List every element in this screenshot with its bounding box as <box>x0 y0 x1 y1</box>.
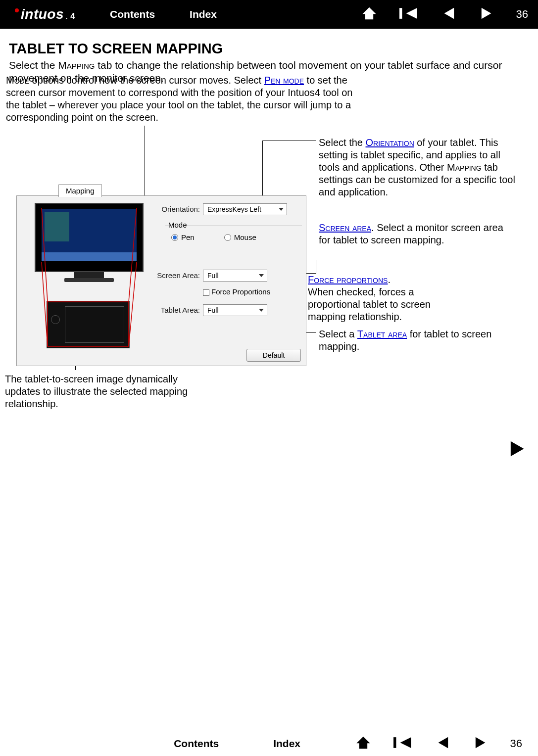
orientation-value: ExpressKeys Left <box>207 205 261 213</box>
mouse-radio-label: Mouse <box>234 233 256 241</box>
radio-icon <box>224 234 231 241</box>
screen-area-value: Full <box>207 272 219 280</box>
pen-radio[interactable]: Pen <box>171 233 195 241</box>
checkbox-icon <box>203 289 209 296</box>
force-t2: When checked, forces a proportional tabl… <box>308 286 431 322</box>
contents-link-bottom[interactable]: Contents <box>174 738 219 750</box>
brand-dot: . <box>66 13 68 20</box>
mapping-tab[interactable]: Mapping <box>58 184 102 197</box>
nav-icon-group <box>361 6 495 23</box>
orient-t1: Select the <box>319 137 366 148</box>
svg-rect-0 <box>399 8 402 19</box>
default-button[interactable]: Default <box>246 349 301 362</box>
page-number-top: 36 <box>513 8 528 21</box>
prev-page-icon[interactable] <box>440 6 457 22</box>
contents-link[interactable]: Contents <box>110 8 155 20</box>
pen-radio-label: Pen <box>181 233 195 241</box>
force-t1: . <box>388 274 391 285</box>
top-nav: intuos . 4 Contents Index 36 <box>0 0 538 29</box>
tablet-area-callout: Select a Tablet area for tablet to scree… <box>319 328 517 353</box>
orient-sc: Mapping <box>447 162 482 173</box>
next-page-icon[interactable] <box>479 6 495 22</box>
radio-selected-icon <box>171 234 178 241</box>
default-button-label: Default <box>263 351 285 359</box>
logo-dot-icon <box>15 8 19 12</box>
svg-rect-6 <box>393 737 396 748</box>
image-callout: The tablet-to-screen image dynamically u… <box>5 373 188 410</box>
mapping-panel: Mapping Orientation: ExpressKeys Left Mo… <box>16 195 306 366</box>
orientation-label: Orientation: <box>155 205 200 213</box>
orientation-callout: Select the Orientation of your tablet. T… <box>319 137 517 198</box>
tablet-area-value: Full <box>207 306 219 314</box>
force-label: Force Proportions <box>211 287 270 296</box>
brand-text: intuos <box>21 6 64 22</box>
first-page-icon[interactable] <box>393 736 412 752</box>
screen-area-label: Screen Area: <box>155 271 200 280</box>
intro-pre: Select the <box>9 59 58 71</box>
page-number-bottom: 36 <box>507 737 522 750</box>
pen-mode-link[interactable]: Pen mode <box>264 75 304 86</box>
brand-logo: intuos . 4 <box>15 6 75 22</box>
tablet-illustration <box>47 301 130 348</box>
bottom-nav: Contents Index 36 <box>0 731 538 756</box>
mouse-radio[interactable]: Mouse <box>224 233 256 241</box>
home-icon[interactable] <box>361 6 378 23</box>
tabarea-t1: Select a <box>319 329 357 339</box>
prev-page-icon[interactable] <box>434 736 451 752</box>
force-prop-link[interactable]: Force proportions <box>308 274 388 285</box>
nav-icon-group-bottom <box>355 735 489 752</box>
mode-callout: Mode options control how the screen curs… <box>6 74 362 124</box>
home-icon[interactable] <box>355 735 372 752</box>
continue-arrow-icon[interactable] <box>507 439 529 460</box>
screen-area-callout: Screen area. Select a monitor screen are… <box>319 222 517 246</box>
chevron-down-icon <box>259 309 264 312</box>
orientation-dropdown[interactable]: ExpressKeys Left <box>203 203 287 215</box>
brand-4: 4 <box>70 11 75 21</box>
mode-group: Pen Mouse <box>165 226 302 241</box>
screen-area-link[interactable]: Screen area <box>319 222 371 233</box>
screen-area-dropdown[interactable]: Full <box>203 270 267 282</box>
index-link[interactable]: Index <box>190 8 217 20</box>
image-callout-text: The tablet-to-screen image dynamically u… <box>5 374 188 409</box>
intro-mapping-sc: Mapping <box>58 59 95 71</box>
tablet-area-label: Tablet Area: <box>155 306 200 314</box>
mode-sc: Mode <box>6 75 29 86</box>
first-page-icon[interactable] <box>399 6 418 22</box>
force-prop-callout: Force proportions. When checked, forces … <box>308 274 456 323</box>
orientation-link[interactable]: Orientation <box>366 137 414 148</box>
leader-orient-h <box>262 141 316 141</box>
mode-t2: options control how the screen cursor mo… <box>29 75 264 86</box>
force-proportions-checkbox[interactable]: Force Proportions <box>203 287 270 296</box>
page-title: TABLET TO SCREEN MAPPING <box>9 41 529 57</box>
leader-screen-v <box>316 260 316 274</box>
tablet-area-link[interactable]: Tablet area <box>357 329 407 339</box>
monitor-illustration <box>35 203 144 282</box>
tablet-area-dropdown[interactable]: Full <box>203 304 267 316</box>
next-page-icon[interactable] <box>473 736 489 752</box>
chevron-down-icon <box>259 274 264 277</box>
leader-orient-v <box>262 141 263 198</box>
index-link-bottom[interactable]: Index <box>273 738 300 750</box>
chevron-down-icon <box>279 208 284 211</box>
